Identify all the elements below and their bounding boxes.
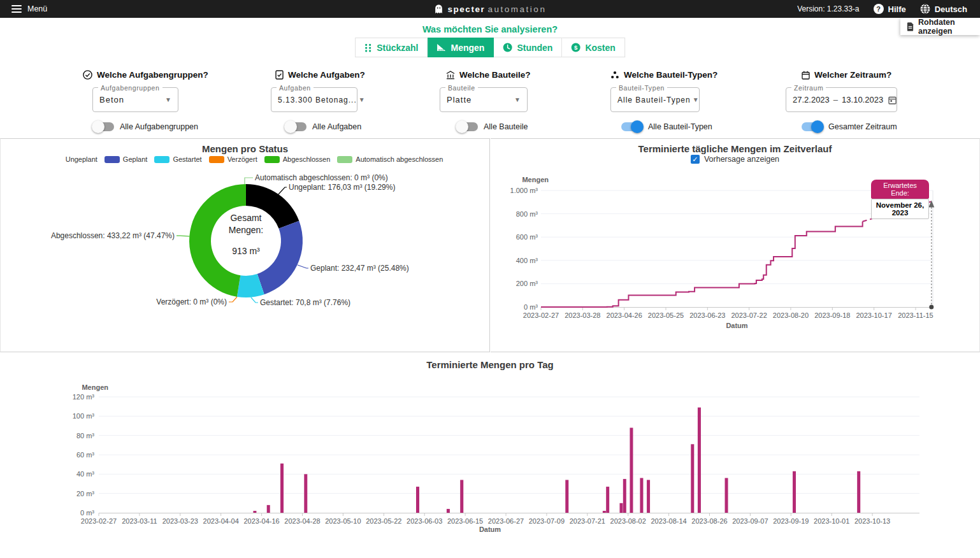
analyze-question: Was möchten Sie analysieren?: [0, 24, 980, 34]
line-series-path[interactable]: [541, 222, 863, 307]
bar-x-tick: 2023-08-02: [610, 517, 646, 525]
language-button[interactable]: Deutsch: [920, 4, 967, 14]
language-label: Deutsch: [935, 4, 967, 14]
bar-2023-04-22[interactable]: [280, 464, 284, 513]
tab-stueckzahl[interactable]: Stückzahl: [355, 38, 428, 57]
tab-stunden[interactable]: Stunden: [494, 38, 562, 57]
tab-label: Stunden: [517, 43, 552, 53]
panel-mengen-pro-status: Mengen pro Status UngeplantGeplantGestar…: [0, 138, 490, 352]
filter-question: Welche Bauteil-Typen?: [624, 70, 717, 80]
bar-x-tick: 2023-07-09: [529, 517, 565, 525]
filter-question: Welche Aufgabengruppen?: [97, 70, 208, 80]
toggle-label: Alle Bauteil-Typen: [648, 122, 712, 131]
bar-x-tick: 2023-04-04: [203, 517, 239, 525]
bar-2023-08-03[interactable]: [630, 428, 633, 513]
bar-2023-09-20[interactable]: [793, 471, 796, 513]
field-value: Alle Bauteil-Typen: [617, 96, 691, 104]
toggle-switch[interactable]: [93, 122, 114, 131]
bar-y-tick: 20 m³: [76, 490, 94, 497]
bar-chart[interactable]: Mengen0 m³20 m³40 m³60 m³80 m³100 m³120 …: [0, 353, 980, 558]
zeitraum-field[interactable]: Zeitraum 27.2.2023 – 13.10.2023: [786, 87, 897, 112]
bar-x-tick: 2023-09-07: [732, 517, 768, 525]
bar-2023-06-10[interactable]: [447, 509, 450, 513]
bar-x-tick: 2023-06-15: [447, 517, 483, 525]
toggle-switch[interactable]: [457, 122, 478, 131]
bar-2023-08-31[interactable]: [725, 478, 728, 513]
line-y-tick: 0 m³: [524, 303, 538, 311]
clock-icon: [503, 43, 512, 52]
chevron-down-icon: ▼: [691, 96, 699, 103]
bar-y-tick: 60 m³: [76, 451, 94, 459]
bar-2023-08-23[interactable]: [698, 408, 701, 513]
bar-y-tick: 0 m³: [80, 509, 94, 517]
bar-2023-07-27[interactable]: [606, 487, 609, 513]
toggle-alle-bauteil-typen[interactable]: Alle Bauteil-Typen: [621, 122, 712, 131]
bar-2023-08-08[interactable]: [647, 480, 650, 513]
field-label: Bauteile: [445, 84, 478, 92]
aufgabengruppen-select[interactable]: Aufgabengruppen Beton ▼: [92, 87, 178, 112]
toggle-gesamter-zeitraum[interactable]: Gesamter Zeitraum: [802, 122, 897, 131]
bar-2023-07-15[interactable]: [565, 480, 568, 513]
line-x-tick: 2023-05-25: [648, 311, 684, 319]
toggle-label: Alle Aufgabengruppen: [120, 122, 198, 131]
bar-2023-08-06[interactable]: [640, 478, 643, 513]
calendar-picker-icon[interactable]: [883, 96, 897, 104]
svg-text:$: $: [574, 44, 578, 51]
menu-label: Menü: [27, 4, 47, 13]
bar-2023-10-09[interactable]: [857, 471, 860, 513]
toggle-switch[interactable]: [285, 122, 306, 131]
line-x-tick: 2023-06-23: [689, 311, 725, 319]
filter-question: Welche Bauteile?: [459, 70, 531, 80]
bauteile-select[interactable]: Bauteile Platte ▼: [440, 87, 528, 112]
bar-2023-04-14[interactable]: [253, 511, 256, 513]
toggle-label: Gesamter Zeitraum: [828, 122, 897, 131]
help-button[interactable]: ? Hilfe: [874, 4, 906, 14]
menu-button[interactable]: Menü: [0, 4, 268, 13]
tab-label: Stückzahl: [377, 43, 418, 53]
quantity-ruler-icon: [437, 43, 447, 52]
bar-2023-08-21[interactable]: [691, 444, 694, 513]
panel-terminierte-mengen-zeitverlauf: Terminierte tägliche Mengen im Zeitverla…: [491, 138, 980, 352]
bar-2023-06-01[interactable]: [416, 487, 419, 513]
bar-2023-04-18[interactable]: [267, 505, 270, 513]
dollar-icon: $: [571, 43, 580, 52]
toggle-switch[interactable]: [802, 122, 823, 131]
bar-2023-08-01[interactable]: [623, 479, 626, 513]
filter-bauteile: Welche Bauteile? Bauteile Platte ▼: [446, 70, 586, 112]
bar-x-tick: 2023-05-22: [366, 517, 401, 525]
date-separator: –: [830, 95, 842, 104]
filter-zeitraum: Welcher Zeitraum? Zeitraum 27.2.2023 – 1…: [802, 70, 948, 112]
bar-2023-04-29[interactable]: [304, 474, 307, 513]
line-y-tick: 400 m³: [516, 257, 538, 264]
bar-y-tick: 100 m³: [73, 412, 95, 420]
filter-bauteil-typen: Welche Bauteil-Typen? Bauteil-Typen Alle…: [610, 70, 757, 112]
tab-mengen[interactable]: Mengen: [428, 38, 494, 57]
count-grid-icon: [364, 43, 372, 52]
toggle-alle-aufgabengruppen[interactable]: Alle Aufgabengruppen: [93, 122, 198, 131]
line-x-tick: 2023-08-20: [773, 311, 809, 319]
forecast-end-marker-dot: [929, 305, 933, 310]
donut-callout-0: Ungeplant: 176,03 m³ (19.29%): [289, 183, 395, 192]
bar-x-tick: 2023-05-10: [325, 517, 361, 525]
bauteil-typen-select[interactable]: Bauteil-Typen Alle Bauteil-Typen ▼: [610, 87, 700, 112]
tab-kosten[interactable]: $ Kosten: [562, 38, 624, 57]
line-y-tick: 800 m³: [516, 210, 538, 218]
bar-x-tick: 2023-10-13: [854, 517, 890, 525]
bar-2023-06-14[interactable]: [460, 480, 463, 513]
raw-data-menu-item[interactable]: Rohdaten anzeigen: [900, 18, 980, 35]
aufgaben-select[interactable]: Aufgaben 5.13.300 Betonag... ▼: [271, 87, 357, 112]
bar-2023-07-31[interactable]: [619, 503, 623, 513]
forecast-tooltip: Erwartetes Ende: November 26, 2023: [871, 180, 929, 219]
line-chart[interactable]: Mengen0 m³200 m³400 m³600 m³800 m³1.000 …: [491, 139, 980, 353]
tab-label: Kosten: [585, 43, 615, 53]
line-y-axis-title: Mengen: [522, 176, 549, 183]
bar-x-tick: 2023-03-23: [162, 517, 198, 525]
toggle-alle-bauteile[interactable]: Alle Bauteile: [457, 122, 528, 131]
bar-y-tick: 40 m³: [76, 470, 94, 478]
toggle-alle-aufgaben[interactable]: Alle Aufgaben: [285, 122, 361, 131]
toggle-switch[interactable]: [621, 122, 642, 131]
task-doc-icon: [275, 70, 284, 80]
raw-data-label: Rohdaten anzeigen: [918, 18, 980, 36]
filter-aufgabengruppen: Welche Aufgabengruppen? Aufgabengruppen …: [83, 70, 229, 112]
bar-2023-07-26[interactable]: [603, 511, 606, 513]
